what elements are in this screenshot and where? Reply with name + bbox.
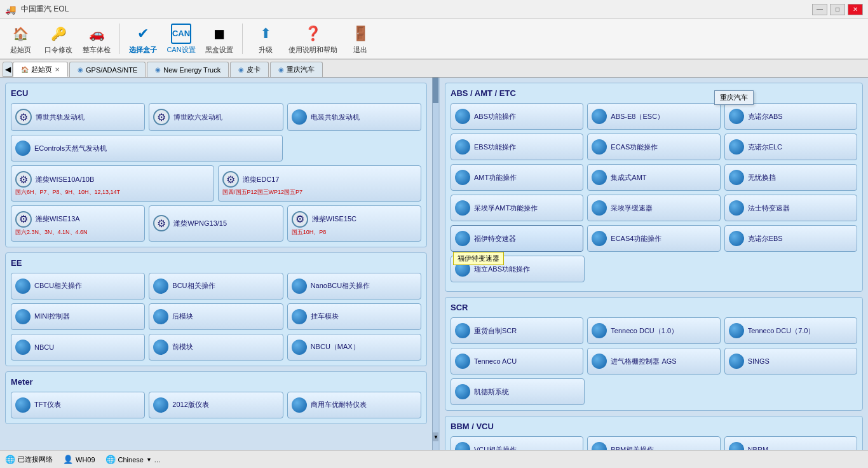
bosch-cr-btn[interactable]: ⚙ 博世共轨发动机 (11, 103, 145, 131)
zhonghuo-scr-btn[interactable]: 重货自制SCR (451, 317, 583, 344)
vcu-op-btn[interactable]: VCU相关操作 (451, 436, 583, 450)
maximize-button[interactable]: □ (830, 4, 845, 15)
mini-btn[interactable]: MINI控制器 (11, 303, 145, 330)
tab-gps[interactable]: ◉ GPS/ADAS/NTE (69, 62, 146, 77)
abs-e8-btn[interactable]: ABS-E8（ESC） (587, 103, 720, 130)
circle-icon1 (292, 109, 307, 125)
dianzhang-btn[interactable]: 电装共轨发动机 (287, 103, 421, 131)
cbcu-btn[interactable]: CBCU相关操作 (11, 273, 145, 299)
lianchai-edc17-btn[interactable]: ⚙ 潍柴EDC17 国四/国五P12国三WP12国五P7 (218, 165, 421, 202)
toolbar-vehicle[interactable]: 🚗 整车体检 (81, 24, 112, 55)
ruili-abs-label: 瑞立ABS功能操作 (474, 265, 530, 274)
ecas-op-label: ECAS功能操作 (611, 142, 658, 152)
circle-icon20 (729, 139, 744, 155)
abs-section: ABS / AMT / ETC ABS功能操作 ABS-E8（ESC） 克诺尔A… (445, 83, 863, 292)
upgrade-icon: ⬆ (255, 24, 276, 44)
bbm-op-btn[interactable]: BBM相关操作 (587, 436, 720, 450)
tab-chongqing[interactable]: ◉ 重庆汽车 (270, 62, 323, 77)
amt-op-label: AMT功能操作 (474, 173, 517, 182)
circle-icon15 (455, 109, 470, 124)
left-scrollbar[interactable]: ▼ (432, 78, 438, 450)
tab-home[interactable]: 🏠 起始页 ✕ (13, 62, 68, 77)
commercial-btn[interactable]: 商用车优耐特仪表 (287, 392, 421, 418)
sings-btn[interactable]: SINGS (724, 348, 857, 375)
rear-btn[interactable]: 后模块 (149, 303, 283, 330)
tenneco-dcu70-btn[interactable]: Tenneco DCU（7.0） (724, 317, 857, 344)
toolbar-home[interactable]: 🏠 起始页 (5, 24, 36, 55)
lianchai-wpng-btn[interactable]: ⚙ 潍柴WPNG13/15 (149, 205, 283, 242)
inst2012-btn[interactable]: 2012版仪表 (149, 392, 283, 418)
bcu-btn[interactable]: BCU相关操作 (149, 273, 283, 299)
front-btn[interactable]: 前模块 (149, 334, 283, 361)
caijue-amt-btn[interactable]: 采埃孚AMT功能操作 (451, 195, 583, 221)
lianchai-wise13a-label: 潍柴WISE13A (36, 214, 80, 224)
ecas4-op-btn[interactable]: ECAS4功能操作 (587, 225, 720, 252)
circle-icon13 (153, 397, 168, 413)
tab-pickup[interactable]: ◉ 皮卡 (230, 62, 269, 77)
nbrm-btn[interactable]: NBRM (724, 436, 857, 450)
dianzhang-label: 电装共轨发动机 (311, 113, 360, 122)
toolbar-upgrade[interactable]: ⬆ 升级 (250, 24, 281, 55)
circle-icon12 (15, 397, 31, 413)
tenneco-dcu10-btn[interactable]: Tenneco DCU（1.0） (587, 317, 720, 344)
nbcu-btn[interactable]: NBCU (11, 334, 145, 361)
toolbar-help-label: 使用说明和帮助 (288, 45, 337, 55)
commercial-label: 商用车优耐特仪表 (311, 400, 367, 410)
scr-title: SCR (451, 303, 857, 312)
abs-title: ABS / AMT / ETC (451, 88, 857, 98)
tab-bar: ◀ 🏠 起始页 ✕ ◉ GPS/ADAS/NTE ◉ New Energy Tr… (0, 60, 868, 78)
knoll-ebs-btn[interactable]: 克诺尔EBS (724, 225, 857, 252)
caijue-trans-btn[interactable]: 采埃孚缓速器 (587, 195, 720, 221)
tenneco-acu-btn[interactable]: Tenneco ACU (451, 348, 583, 375)
meter-title: Meter (11, 377, 421, 387)
ecas-op-btn[interactable]: ECAS功能操作 (587, 134, 720, 160)
toolbar-can-label: CAN设置 (166, 45, 195, 55)
ee-row3: NBCU 前模块 NBCU（MAX） (11, 334, 421, 361)
fastech-trans-btn[interactable]: 法士特变速器 (724, 195, 857, 221)
integrated-amt-btn[interactable]: 集成式AMT (587, 164, 720, 191)
toolbar-can[interactable]: CAN CAN设置 (166, 24, 196, 55)
toolbar-exit[interactable]: 🚪 退出 (345, 24, 376, 55)
kaidesi-btn[interactable]: 凯德斯系统 (451, 378, 585, 405)
fuyt-trans-btn[interactable]: 福伊特变速器 (451, 225, 583, 252)
econtrols-btn[interactable]: EControls天然气发动机 (11, 135, 283, 162)
nanobcu-btn[interactable]: NanoBCU相关操作 (287, 273, 421, 299)
tab-home-close[interactable]: ✕ (55, 66, 60, 73)
no-clutch-btn[interactable]: 无忧换挡 (724, 164, 857, 191)
tenneco-acu-label: Tenneco ACU (474, 357, 517, 365)
toolbar-port[interactable]: 🔑 口令修改 (43, 24, 74, 55)
circle-icon38 (455, 442, 470, 450)
intake-ags-btn[interactable]: 进气格栅控制器 AGS (587, 348, 720, 375)
tab-scroll-left[interactable]: ◀ (3, 62, 13, 77)
lianchai-wise10-btn[interactable]: ⚙ 潍柴WISE10A/10B 国六6H、P7、P8、9H、10H、12,13,… (11, 165, 214, 202)
ecu-row4: ⚙ 潍柴WISE13A 国六2.3N、3N、4.1N、4.6N ⚙ 潍柴WPNG… (11, 205, 421, 242)
network-status: 🌐 已连接网络 (5, 455, 53, 464)
amt-op-btn[interactable]: AMT功能操作 (451, 164, 583, 191)
ebs-op-btn[interactable]: EBS功能操作 (451, 134, 583, 160)
bosch-e6-label: 博世欧六发动机 (173, 113, 222, 122)
scr-row3: 凯德斯系统 (451, 378, 857, 405)
tft-btn[interactable]: TFT仪表 (11, 392, 145, 418)
abs-op-btn[interactable]: ABS功能操作 (451, 103, 583, 130)
toolbar-help[interactable]: ❓ 使用说明和帮助 (288, 24, 337, 55)
tab-energy[interactable]: ◉ New Energy Truck (147, 62, 229, 77)
cbcu-label: CBCU相关操作 (34, 281, 82, 291)
circle-icon11 (292, 340, 307, 355)
circle-icon5 (292, 279, 307, 294)
lianchai-wpng-label: 潍柴WPNG13/15 (173, 219, 227, 228)
close-button[interactable]: ✕ (848, 4, 863, 15)
trailer-btn[interactable]: 挂车模块 (287, 303, 421, 330)
nbcu-max-btn[interactable]: NBCU（MAX） (287, 334, 421, 361)
toolbar-selectbox[interactable]: ✔ 选择盒子 (128, 24, 158, 55)
minimize-button[interactable]: — (812, 4, 827, 15)
bosch-e6-btn[interactable]: ⚙ 博世欧六发动机 (149, 103, 283, 131)
rear-label: 后模块 (172, 312, 193, 321)
language-status[interactable]: 🌐 Chinese ▼ ... (105, 455, 160, 464)
knoll-abs-btn[interactable]: 克诺尔ABS (724, 103, 857, 130)
knoll-elc-btn[interactable]: 克诺尔ELC (724, 134, 857, 160)
lianchai-wise13a-btn[interactable]: ⚙ 潍柴WISE13A 国六2.3N、3N、4.1N、4.6N (11, 205, 145, 242)
abs-e8-label: ABS-E8（ESC） (611, 112, 664, 121)
lianchai-wise15c-btn[interactable]: ⚙ 潍柴WISE15C 国五10H、P8 (287, 205, 421, 242)
toolbar-port-label: 口令修改 (44, 45, 72, 55)
toolbar-blackbox[interactable]: ◼ 黑盒设置 (204, 24, 234, 55)
